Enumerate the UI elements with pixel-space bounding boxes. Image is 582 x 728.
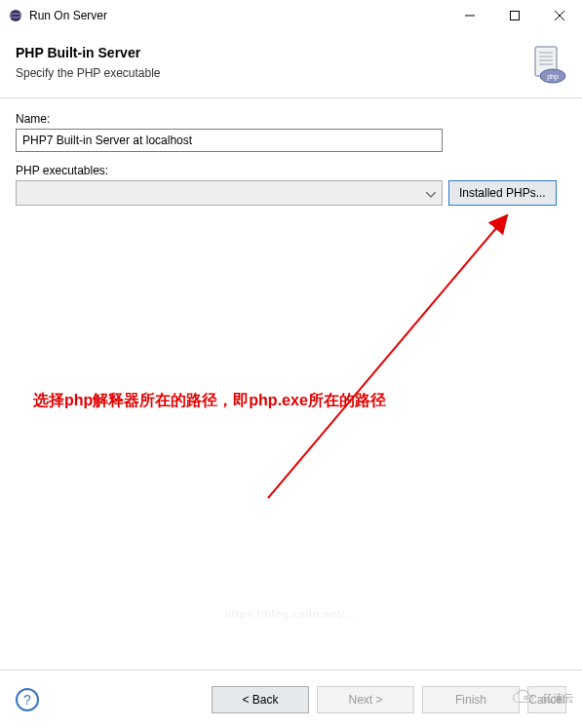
- next-button: Next >: [317, 686, 414, 713]
- help-icon[interactable]: ?: [16, 688, 39, 711]
- svg-rect-3: [511, 11, 520, 19]
- annotation-text: 选择php解释器所在的路径，即php.exe所在的路径: [33, 391, 386, 411]
- php-executable-dropdown[interactable]: [16, 180, 443, 206]
- back-button[interactable]: < Back: [212, 686, 309, 713]
- dialog-footer: ? < Back Next > Finish Cancel: [0, 670, 582, 728]
- dialog-header: PHP Built-in Server Specify the PHP exec…: [0, 31, 582, 98]
- svg-point-0: [10, 10, 21, 21]
- dialog-body: Name: PHP executables: Installed PHPs...…: [0, 98, 582, 669]
- titlebar: Run On Server: [0, 0, 582, 31]
- background-watermark: https://blog.csdn.net/...: [0, 608, 582, 620]
- svg-text:php: php: [547, 73, 559, 81]
- installed-phps-button[interactable]: Installed PHPs...: [448, 180, 557, 206]
- server-php-icon: php: [529, 45, 566, 84]
- page-subtitle: Specify the PHP executable: [16, 66, 566, 80]
- brand-watermark: 亿速云: [509, 689, 574, 707]
- server-name-input[interactable]: [16, 129, 443, 152]
- finish-button: Finish: [422, 686, 520, 713]
- executables-label: PHP executables:: [16, 164, 566, 177]
- chevron-down-icon: [426, 184, 436, 202]
- brand-text: 亿速云: [542, 691, 574, 706]
- close-button[interactable]: [537, 0, 582, 30]
- cloud-icon: [509, 689, 538, 707]
- name-label: Name:: [16, 112, 566, 126]
- svg-line-13: [268, 215, 507, 498]
- window-title: Run On Server: [29, 9, 447, 22]
- minimize-button[interactable]: [447, 0, 492, 30]
- svg-point-14: [524, 696, 527, 699]
- eclipse-icon: [8, 8, 23, 23]
- page-title: PHP Built-in Server: [16, 45, 566, 60]
- maximize-button[interactable]: [492, 0, 537, 30]
- annotation-arrow: [219, 206, 541, 508]
- window-controls: [447, 0, 582, 30]
